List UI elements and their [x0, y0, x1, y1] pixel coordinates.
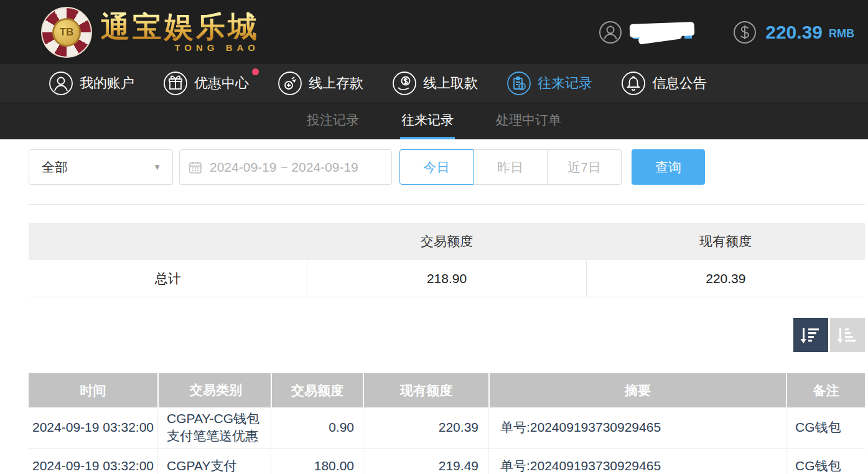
top-header: TB 通宝娱乐城 TONG BAO 220.	[0, 0, 868, 64]
col-header-amount: 交易额度	[271, 373, 363, 407]
cell-balance: 220.39	[363, 407, 488, 448]
main-content: 全部 ▼ 2024-09-19 ~ 2024-09-19 今日 昨日 近7日 查…	[29, 149, 865, 474]
cell-time: 2024-09-19 03:32:00	[29, 448, 157, 474]
balance-currency: RMB	[829, 24, 854, 40]
gift-icon	[163, 71, 188, 96]
cell-note: CG钱包	[786, 407, 865, 448]
brand-name-cn: 通宝娱乐城	[101, 12, 259, 41]
records-icon	[506, 71, 531, 96]
withdraw-icon	[392, 71, 417, 96]
notification-dot	[252, 68, 259, 75]
balance-group[interactable]: 220.39 RMB	[733, 21, 854, 44]
sort-descending-button[interactable]	[793, 318, 828, 352]
quick-btn-last7days[interactable]: 近7日	[548, 149, 622, 185]
deposit-icon	[278, 71, 302, 96]
summary-header-row: 交易额度 现有额度	[29, 223, 865, 260]
dollar-coin-icon	[733, 21, 757, 44]
date-range-input[interactable]: 2024-09-19 ~ 2024-09-19	[179, 149, 392, 185]
table-row[interactable]: 2024-09-19 03:32:00 CGPAY支付 180.00 219.4…	[29, 448, 865, 474]
query-button[interactable]: 查询	[632, 149, 705, 185]
balance-amount: 220.39	[765, 22, 823, 43]
records-table: 时间 交易类别 交易额度 现有额度 摘要 备注 2024-09-19 03:32…	[29, 373, 865, 474]
nav-item-announcements[interactable]: 信息公告	[621, 71, 707, 96]
nav-item-label: 优惠中心	[194, 74, 249, 93]
nav-item-label: 我的账户	[80, 74, 134, 93]
col-header-summary: 摘要	[488, 373, 786, 407]
sort-ascending-icon	[837, 325, 858, 346]
nav-item-transaction-records[interactable]: 往来记录	[506, 71, 592, 96]
cell-type: CGPAY-CG钱包支付笔笔送优惠	[157, 407, 271, 448]
cell-summary: 单号:202409193730929465	[488, 448, 786, 474]
summary-table: 交易额度 现有额度 总计 218.90 220.39	[29, 223, 865, 297]
summary-total-label: 总计	[29, 260, 307, 297]
brand-name-en: TONG BAO	[174, 43, 259, 52]
nav-item-label: 线上存款	[309, 74, 363, 93]
date-range-value: 2024-09-19 ~ 2024-09-19	[210, 160, 358, 175]
sub-tab-bar: 投注记录 往来记录 处理中订单	[0, 103, 868, 139]
category-select[interactable]: 全部 ▼	[29, 149, 173, 185]
summary-header-empty	[29, 223, 307, 260]
sort-descending-icon	[800, 325, 821, 346]
col-header-type: 交易类别	[157, 373, 271, 407]
nav-item-deposit[interactable]: 线上存款	[278, 71, 363, 96]
quick-btn-yesterday[interactable]: 昨日	[474, 149, 548, 185]
account-area: 220.39 RMB	[599, 21, 854, 44]
summary-header-transaction: 交易额度	[307, 223, 586, 260]
cell-time: 2024-09-19 03:32:00	[29, 407, 157, 448]
nav-item-label: 信息公告	[652, 74, 707, 93]
casino-chip-icon: TB	[41, 7, 92, 58]
cell-balance: 219.49	[363, 448, 488, 474]
table-header-row: 时间 交易类别 交易额度 现有额度 摘要 备注	[29, 373, 865, 407]
sort-controls	[29, 318, 865, 352]
nav-item-promotions[interactable]: 优惠中心	[163, 71, 249, 96]
cell-type: CGPAY支付	[157, 448, 271, 474]
cell-amount: 0.90	[271, 407, 363, 448]
filter-row: 全部 ▼ 2024-09-19 ~ 2024-09-19 今日 昨日 近7日 查…	[29, 149, 865, 185]
nav-item-label: 往来记录	[538, 74, 592, 93]
summary-total-transaction: 218.90	[307, 260, 586, 297]
tab-processing-orders[interactable]: 处理中订单	[495, 103, 562, 139]
quick-btn-today[interactable]: 今日	[399, 149, 474, 185]
nav-item-label: 线上取款	[423, 74, 478, 93]
main-nav: 我的账户 优惠中心 线上存款	[0, 64, 868, 103]
cell-note: CG钱包	[786, 448, 865, 474]
user-avatar-icon[interactable]	[599, 21, 622, 44]
table-row[interactable]: 2024-09-19 03:32:00 CGPAY-CG钱包支付笔笔送优惠 0.…	[29, 407, 865, 448]
tab-transaction-records[interactable]: 往来记录	[400, 103, 455, 139]
nav-item-withdraw[interactable]: 线上取款	[392, 71, 478, 96]
col-header-note: 备注	[786, 373, 865, 407]
account-icon	[49, 71, 73, 96]
horizontal-divider	[29, 204, 865, 205]
sort-ascending-button[interactable]	[830, 318, 865, 352]
summary-header-balance: 现有额度	[586, 223, 865, 260]
chevron-down-icon: ▼	[153, 162, 161, 172]
nav-item-my-account[interactable]: 我的账户	[49, 71, 134, 96]
category-selected-value: 全部	[42, 159, 68, 176]
brand-logo[interactable]: TB 通宝娱乐城 TONG BAO	[41, 7, 259, 58]
col-header-time: 时间	[29, 373, 157, 407]
username-redacted[interactable]	[630, 22, 697, 43]
bell-icon	[621, 71, 646, 96]
calendar-icon	[189, 160, 202, 174]
cell-summary: 单号:202409193730929465	[488, 407, 786, 448]
cell-amount: 180.00	[271, 448, 363, 474]
tab-betting-records[interactable]: 投注记录	[306, 103, 360, 139]
summary-total-row: 总计 218.90 220.39	[29, 260, 865, 297]
col-header-balance: 现有额度	[363, 373, 488, 407]
chip-initials: TB	[52, 18, 81, 47]
quick-date-group: 今日 昨日 近7日	[399, 149, 622, 185]
summary-total-balance: 220.39	[586, 260, 865, 297]
